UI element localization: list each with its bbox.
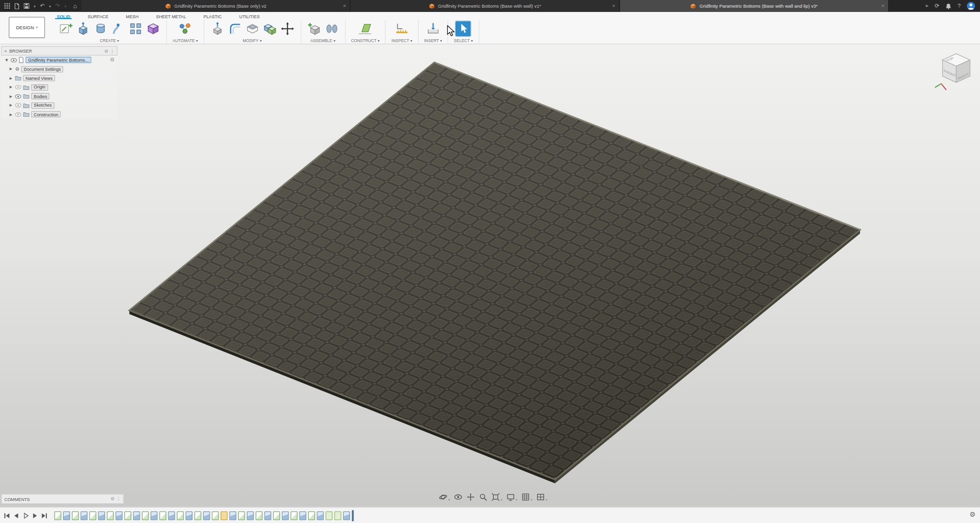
expand-toggle[interactable]: ▶	[9, 86, 13, 89]
pan-icon[interactable]	[466, 493, 475, 501]
panel-target-icon[interactable]: ⊙	[104, 48, 108, 53]
tab-plastic[interactable]: PLASTIC	[201, 13, 223, 19]
timeline-settings-gear-icon[interactable]: ⚙	[969, 512, 976, 518]
insert-menu[interactable]: INSERT▾	[424, 38, 442, 43]
timeline-feature-sketch[interactable]	[89, 512, 96, 520]
timeline-feature-extrude[interactable]	[63, 512, 70, 520]
undo-dropdown-caret[interactable]: ▾	[49, 4, 51, 8]
new-component-button[interactable]	[307, 21, 322, 36]
zoom-icon[interactable]	[479, 493, 488, 501]
orbit-icon[interactable]: ▾	[439, 493, 450, 501]
file-menu-button[interactable]	[14, 3, 19, 9]
browser-item-label[interactable]: Construction	[31, 111, 61, 118]
comments-panel[interactable]: COMMENTS ⊙ ⋮	[1, 494, 124, 504]
visibility-eye-icon[interactable]	[15, 103, 21, 108]
add-tab-button[interactable]: +	[925, 3, 928, 9]
timeline-feature-extrude[interactable]	[168, 512, 175, 520]
expand-toggle[interactable]: ▶	[9, 113, 13, 116]
document-tab-2[interactable]: Gridfinity Parametric Bottoms (Base with…	[351, 0, 620, 12]
view-cube[interactable]: TOP FRONT RIGHT	[934, 47, 979, 92]
save-dropdown-caret[interactable]: ▾	[34, 4, 36, 8]
automate-menu[interactable]: AUTOMATE▾	[172, 38, 198, 43]
play-button[interactable]	[21, 512, 29, 520]
create-sketch-button[interactable]	[58, 21, 73, 36]
tab-mesh[interactable]: MESH	[124, 13, 140, 19]
look-at-icon[interactable]	[454, 493, 462, 501]
activate-component-icon[interactable]: ⊙	[110, 57, 114, 62]
panel-target-icon[interactable]: ⊙	[111, 496, 114, 501]
timeline-feature-extrude[interactable]	[264, 512, 271, 520]
timeline-feature-extrude[interactable]	[343, 512, 350, 520]
construct-menu[interactable]: CONSTRUCT▾	[351, 38, 379, 43]
timeline-position-marker[interactable]	[352, 510, 354, 522]
timeline-feature-warn[interactable]	[221, 512, 227, 520]
browser-item-bodies[interactable]: ▶ Bodies	[1, 92, 118, 101]
app-grid-icon[interactable]	[4, 3, 10, 9]
viewport[interactable]: TOP FRONT RIGHT	[0, 44, 980, 507]
timeline-feature-extrude[interactable]	[282, 512, 289, 520]
timeline-feature-extrude[interactable]	[98, 512, 105, 520]
expand-toggle[interactable]: ▶	[9, 67, 13, 71]
close-tab-button[interactable]: ×	[612, 3, 615, 9]
timeline-feature-sketch[interactable]	[212, 512, 219, 520]
step-forward-button[interactable]	[31, 512, 39, 520]
redo-button[interactable]: ↷	[56, 3, 60, 9]
insert-button[interactable]	[425, 21, 440, 36]
timeline-feature-construct[interactable]	[334, 512, 341, 520]
skip-to-end-button[interactable]	[40, 512, 48, 520]
display-settings-icon[interactable]: ▾	[506, 493, 518, 501]
visibility-eye-icon[interactable]	[15, 112, 21, 117]
tab-surface[interactable]: SURFACE	[86, 13, 110, 19]
visibility-eye-icon[interactable]	[15, 94, 21, 98]
workspace-selector[interactable]: DESIGN ▾	[9, 17, 45, 38]
extrude-button[interactable]	[76, 21, 90, 36]
browser-item-construction[interactable]: ▶ Construction	[1, 110, 118, 119]
timeline-feature-extrude[interactable]	[203, 512, 210, 520]
timeline-feature-construct[interactable]	[325, 512, 332, 520]
timeline-feature-sketch[interactable]	[308, 512, 315, 520]
timeline-feature-extrude[interactable]	[133, 512, 140, 520]
joint-button[interactable]	[324, 21, 339, 36]
expand-toggle[interactable]: ▶	[9, 95, 13, 98]
browser-item-label[interactable]: Sketches	[31, 102, 54, 109]
timeline-feature-extrude[interactable]	[247, 512, 254, 520]
timeline-feature-sketch[interactable]	[107, 512, 113, 520]
timeline-feature-extrude[interactable]	[80, 512, 87, 520]
timeline-feature-sketch[interactable]	[124, 512, 131, 520]
avatar[interactable]	[967, 2, 975, 10]
expand-toggle[interactable]: ▶	[5, 58, 8, 62]
select-menu[interactable]: SELECT▾	[454, 38, 473, 43]
history-icon[interactable]: ⟳	[935, 3, 939, 9]
tab-solid[interactable]: SOLID	[55, 13, 72, 19]
panel-grip-icon[interactable]: ⋮	[116, 496, 121, 501]
pattern-button[interactable]	[128, 21, 143, 36]
document-tab-1[interactable]: Gridfinity Parametric Bottoms (Base only…	[81, 0, 351, 12]
expand-toggle[interactable]: ▶	[9, 104, 13, 107]
assemble-menu[interactable]: ASSEMBLE▾	[310, 38, 335, 43]
tab-sheet-metal[interactable]: SHEET METAL	[154, 13, 188, 19]
timeline-feature-extrude[interactable]	[300, 512, 306, 520]
press-pull-button[interactable]	[210, 21, 224, 36]
revolve-button[interactable]	[93, 21, 108, 36]
help-icon[interactable]: ?	[958, 3, 961, 9]
browser-header[interactable]: « BROWSER ⊙ ⋮	[1, 46, 118, 56]
home-icon[interactable]: ⌂	[73, 3, 77, 9]
fit-view-icon[interactable]: ▾	[491, 493, 503, 501]
browser-item-origin[interactable]: ▶ Origin	[1, 83, 118, 92]
modify-menu[interactable]: MODIFY▾	[243, 38, 262, 43]
grid-snaps-icon[interactable]: ▾	[521, 493, 533, 501]
create-form-button[interactable]	[145, 21, 160, 36]
browser-item-label[interactable]: Origin	[31, 84, 48, 90]
browser-item-document-settings[interactable]: ▶ ⚙ Document Settings	[1, 65, 118, 74]
expand-toggle[interactable]: ▶	[9, 76, 13, 80]
timeline-feature-sketch[interactable]	[159, 512, 166, 520]
automate-button[interactable]	[178, 21, 192, 36]
collapse-panel-icon[interactable]: «	[4, 49, 7, 53]
gridfinity-baseplate-model[interactable]	[0, 44, 980, 507]
fillet-button[interactable]	[227, 21, 242, 36]
combine-button[interactable]	[262, 21, 277, 36]
tab-utilities[interactable]: UTILITIES	[237, 13, 262, 19]
timeline-feature-sketch[interactable]	[290, 512, 297, 520]
timeline-feature-extrude[interactable]	[317, 512, 323, 520]
inspect-menu[interactable]: INSPECT▾	[391, 38, 412, 43]
